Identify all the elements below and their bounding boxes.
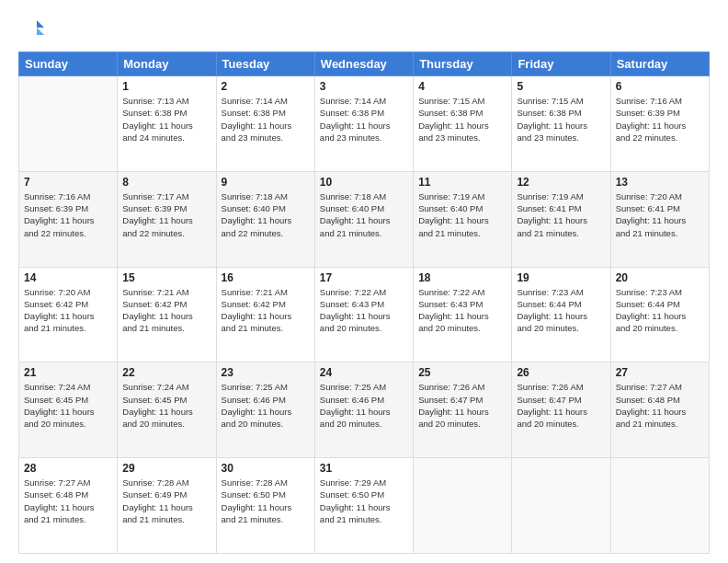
day-number: 18 — [418, 271, 506, 284]
day-number: 14 — [24, 271, 112, 284]
calendar-cell — [512, 458, 610, 554]
calendar-header-wednesday: Wednesday — [314, 52, 413, 76]
calendar-cell: 20Sunrise: 7:23 AMSunset: 6:44 PMDayligh… — [610, 267, 709, 362]
calendar-header-thursday: Thursday — [414, 52, 512, 76]
logo — [18, 17, 48, 42]
day-number: 1 — [122, 80, 210, 93]
calendar-cell: 4Sunrise: 7:15 AMSunset: 6:38 PMDaylight… — [414, 76, 512, 172]
calendar-cell: 7Sunrise: 7:16 AMSunset: 6:39 PMDaylight… — [19, 171, 118, 267]
day-info: Sunrise: 7:13 AMSunset: 6:38 PMDaylight:… — [122, 95, 210, 144]
page: SundayMondayTuesdayWednesdayThursdayFrid… — [0, 0, 728, 563]
day-info: Sunrise: 7:18 AMSunset: 6:40 PMDaylight:… — [222, 190, 310, 239]
calendar-table: SundayMondayTuesdayWednesdayThursdayFrid… — [18, 52, 710, 554]
day-info: Sunrise: 7:28 AMSunset: 6:49 PMDaylight:… — [122, 477, 210, 525]
day-number: 21 — [24, 366, 112, 379]
calendar-cell: 3Sunrise: 7:14 AMSunset: 6:38 PMDaylight… — [314, 76, 413, 172]
day-info: Sunrise: 7:24 AMSunset: 6:45 PMDaylight:… — [122, 381, 210, 430]
day-info: Sunrise: 7:20 AMSunset: 6:42 PMDaylight:… — [24, 286, 112, 335]
day-number: 27 — [616, 366, 704, 379]
day-number: 23 — [222, 366, 310, 379]
calendar-cell: 21Sunrise: 7:24 AMSunset: 6:45 PMDayligh… — [19, 362, 118, 458]
calendar-cell: 9Sunrise: 7:18 AMSunset: 6:40 PMDaylight… — [216, 171, 314, 267]
day-number: 19 — [517, 271, 605, 284]
calendar-header-friday: Friday — [512, 52, 610, 76]
calendar-cell: 1Sunrise: 7:13 AMSunset: 6:38 PMDaylight… — [118, 76, 216, 172]
day-info: Sunrise: 7:14 AMSunset: 6:38 PMDaylight:… — [222, 95, 310, 144]
day-number: 26 — [517, 366, 605, 379]
day-number: 15 — [122, 271, 210, 284]
calendar-cell: 11Sunrise: 7:19 AMSunset: 6:40 PMDayligh… — [414, 171, 512, 267]
day-number: 25 — [418, 366, 506, 379]
day-info: Sunrise: 7:15 AMSunset: 6:38 PMDaylight:… — [517, 95, 605, 144]
calendar-cell: 6Sunrise: 7:16 AMSunset: 6:39 PMDaylight… — [610, 76, 709, 172]
calendar-cell: 16Sunrise: 7:21 AMSunset: 6:42 PMDayligh… — [216, 267, 314, 362]
logo-icon — [18, 17, 44, 42]
day-number: 28 — [24, 462, 112, 475]
calendar-cell: 28Sunrise: 7:27 AMSunset: 6:48 PMDayligh… — [19, 458, 118, 554]
day-info: Sunrise: 7:20 AMSunset: 6:41 PMDaylight:… — [616, 190, 704, 239]
day-number: 5 — [517, 80, 605, 93]
day-info: Sunrise: 7:16 AMSunset: 6:39 PMDaylight:… — [24, 190, 112, 239]
day-number: 29 — [122, 462, 210, 475]
calendar-cell: 2Sunrise: 7:14 AMSunset: 6:38 PMDaylight… — [216, 76, 314, 172]
calendar-cell: 30Sunrise: 7:28 AMSunset: 6:50 PMDayligh… — [216, 458, 314, 554]
day-number: 30 — [222, 462, 310, 475]
calendar-header-row: SundayMondayTuesdayWednesdayThursdayFrid… — [19, 52, 710, 76]
calendar-cell: 12Sunrise: 7:19 AMSunset: 6:41 PMDayligh… — [512, 171, 610, 267]
calendar-cell: 13Sunrise: 7:20 AMSunset: 6:41 PMDayligh… — [610, 171, 709, 267]
day-number: 7 — [24, 176, 112, 189]
day-info: Sunrise: 7:16 AMSunset: 6:39 PMDaylight:… — [616, 95, 704, 144]
calendar-cell — [414, 458, 512, 554]
calendar-cell: 19Sunrise: 7:23 AMSunset: 6:44 PMDayligh… — [512, 267, 610, 362]
day-info: Sunrise: 7:26 AMSunset: 6:47 PMDaylight:… — [517, 381, 605, 430]
calendar-week-5: 28Sunrise: 7:27 AMSunset: 6:48 PMDayligh… — [19, 458, 710, 554]
header — [18, 17, 710, 42]
day-number: 13 — [616, 176, 704, 189]
day-number: 8 — [122, 176, 210, 189]
day-info: Sunrise: 7:28 AMSunset: 6:50 PMDaylight:… — [222, 477, 310, 525]
day-number: 11 — [418, 176, 506, 189]
day-number: 22 — [122, 366, 210, 379]
calendar-cell: 18Sunrise: 7:22 AMSunset: 6:43 PMDayligh… — [414, 267, 512, 362]
day-info: Sunrise: 7:25 AMSunset: 6:46 PMDaylight:… — [222, 381, 310, 430]
calendar-cell: 8Sunrise: 7:17 AMSunset: 6:39 PMDaylight… — [118, 171, 216, 267]
day-info: Sunrise: 7:19 AMSunset: 6:40 PMDaylight:… — [418, 190, 506, 239]
day-number: 16 — [222, 271, 310, 284]
calendar-cell: 5Sunrise: 7:15 AMSunset: 6:38 PMDaylight… — [512, 76, 610, 172]
day-info: Sunrise: 7:22 AMSunset: 6:43 PMDaylight:… — [320, 286, 408, 335]
calendar-cell: 15Sunrise: 7:21 AMSunset: 6:42 PMDayligh… — [118, 267, 216, 362]
calendar-cell: 10Sunrise: 7:18 AMSunset: 6:40 PMDayligh… — [314, 171, 413, 267]
day-number: 4 — [418, 80, 506, 93]
day-info: Sunrise: 7:21 AMSunset: 6:42 PMDaylight:… — [122, 286, 210, 335]
day-info: Sunrise: 7:29 AMSunset: 6:50 PMDaylight:… — [320, 477, 408, 525]
calendar-week-2: 7Sunrise: 7:16 AMSunset: 6:39 PMDaylight… — [19, 171, 710, 267]
calendar-cell — [610, 458, 709, 554]
day-number: 3 — [320, 80, 408, 93]
calendar-cell: 29Sunrise: 7:28 AMSunset: 6:49 PMDayligh… — [118, 458, 216, 554]
calendar-cell: 25Sunrise: 7:26 AMSunset: 6:47 PMDayligh… — [414, 362, 512, 458]
calendar-week-3: 14Sunrise: 7:20 AMSunset: 6:42 PMDayligh… — [19, 267, 710, 362]
day-info: Sunrise: 7:23 AMSunset: 6:44 PMDaylight:… — [616, 286, 704, 335]
calendar-header-tuesday: Tuesday — [216, 52, 314, 76]
calendar-cell: 14Sunrise: 7:20 AMSunset: 6:42 PMDayligh… — [19, 267, 118, 362]
day-number: 12 — [517, 176, 605, 189]
day-info: Sunrise: 7:26 AMSunset: 6:47 PMDaylight:… — [418, 381, 506, 430]
calendar-header-sunday: Sunday — [19, 52, 118, 76]
calendar-cell — [19, 76, 118, 172]
calendar-week-1: 1Sunrise: 7:13 AMSunset: 6:38 PMDaylight… — [19, 76, 710, 172]
day-info: Sunrise: 7:14 AMSunset: 6:38 PMDaylight:… — [320, 95, 408, 144]
calendar-cell: 24Sunrise: 7:25 AMSunset: 6:46 PMDayligh… — [314, 362, 413, 458]
day-number: 10 — [320, 176, 408, 189]
day-info: Sunrise: 7:17 AMSunset: 6:39 PMDaylight:… — [122, 190, 210, 239]
svg-marker-1 — [37, 28, 44, 35]
svg-marker-0 — [37, 20, 44, 28]
day-info: Sunrise: 7:23 AMSunset: 6:44 PMDaylight:… — [517, 286, 605, 335]
day-info: Sunrise: 7:25 AMSunset: 6:46 PMDaylight:… — [320, 381, 408, 430]
day-info: Sunrise: 7:15 AMSunset: 6:38 PMDaylight:… — [418, 95, 506, 144]
calendar-cell: 23Sunrise: 7:25 AMSunset: 6:46 PMDayligh… — [216, 362, 314, 458]
day-number: 17 — [320, 271, 408, 284]
day-info: Sunrise: 7:18 AMSunset: 6:40 PMDaylight:… — [320, 190, 408, 239]
day-number: 20 — [616, 271, 704, 284]
day-info: Sunrise: 7:27 AMSunset: 6:48 PMDaylight:… — [24, 477, 112, 525]
day-number: 9 — [222, 176, 310, 189]
